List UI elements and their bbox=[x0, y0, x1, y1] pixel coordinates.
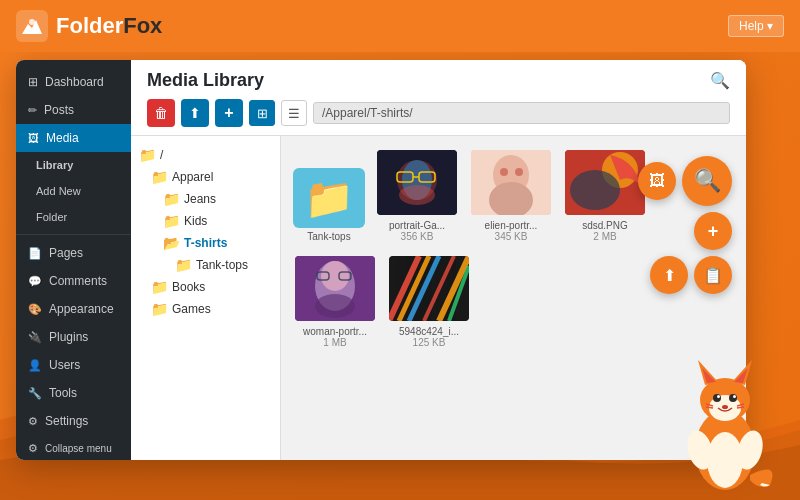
sidebar-label-media: Media bbox=[46, 131, 79, 145]
media-item-woman-portr[interactable]: woman-portr... 1 MB bbox=[293, 254, 377, 348]
content-header: Media Library 🔍 🗑 ⬆ + ⊞ ☰ bbox=[131, 60, 746, 136]
svg-point-38 bbox=[713, 394, 721, 402]
search-fab-icon: 🔍 bbox=[694, 168, 721, 194]
folder-apparel-icon: 📁 bbox=[151, 169, 168, 185]
list-view-button[interactable]: ☰ bbox=[281, 100, 307, 126]
svg-point-31 bbox=[707, 432, 743, 488]
sidebar-label-folder: Folder bbox=[36, 211, 67, 223]
folder-jeans-icon: 📁 bbox=[163, 191, 180, 207]
upload-icon: ⬆ bbox=[189, 105, 201, 121]
media-thumb-sdsd bbox=[563, 148, 647, 217]
add-fab-button[interactable]: + bbox=[694, 212, 732, 250]
tree-item-kids[interactable]: 📁 Kids bbox=[131, 210, 280, 232]
search-button[interactable]: 🔍 bbox=[710, 71, 730, 90]
sidebar-item-media[interactable]: 🖼 Media bbox=[16, 124, 131, 152]
sidebar-item-library[interactable]: Library bbox=[16, 152, 131, 178]
sidebar-label-posts: Posts bbox=[44, 103, 74, 117]
svg-point-40 bbox=[717, 395, 720, 398]
sidebar-label-dashboard: Dashboard bbox=[45, 75, 104, 89]
tree-item-root[interactable]: 📁 / bbox=[131, 144, 280, 166]
sidebar-label-library: Library bbox=[36, 159, 73, 171]
delete-button[interactable]: 🗑 bbox=[147, 99, 175, 127]
media-item-elien-portr[interactable]: elien-portr... 345 KB bbox=[469, 148, 553, 242]
logo-icon bbox=[16, 10, 48, 42]
fox-illustration bbox=[670, 320, 780, 480]
svg-point-19 bbox=[321, 261, 349, 291]
sidebar-item-posts[interactable]: ✏ Posts bbox=[16, 96, 131, 124]
grid-view-button[interactable]: ⊞ bbox=[249, 100, 275, 126]
media-label-elien: elien-portr... bbox=[485, 220, 538, 231]
tree-item-tshirts[interactable]: 📂 T-shirts bbox=[131, 232, 280, 254]
sidebar-label-settings: Settings bbox=[45, 414, 88, 428]
sidebar-item-add-new[interactable]: Add New bbox=[16, 178, 131, 204]
sidebar-item-comments[interactable]: 💬 Comments bbox=[16, 267, 131, 295]
media-item-5948c424[interactable]: 5948c424_i... 125 KB bbox=[387, 254, 471, 348]
svg-rect-0 bbox=[16, 10, 48, 42]
media-thumb-5948 bbox=[387, 254, 471, 323]
sidebar-item-dashboard[interactable]: ⊞ Dashboard bbox=[16, 68, 131, 96]
media-label-5948: 5948c424_i... bbox=[399, 326, 459, 337]
sidebar-item-tools[interactable]: 🔧 Tools bbox=[16, 379, 131, 407]
sidebar-item-pages[interactable]: 📄 Pages bbox=[16, 239, 131, 267]
media-item-sdsd[interactable]: sdsd.PNG 2 MB bbox=[563, 148, 647, 242]
image-fab-button[interactable]: 🖼 bbox=[638, 162, 676, 200]
dashboard-icon: ⊞ bbox=[28, 75, 38, 89]
sidebar-item-appearance[interactable]: 🎨 Appearance bbox=[16, 295, 131, 323]
tree-item-games[interactable]: 📁 Games bbox=[131, 298, 280, 320]
svg-point-12 bbox=[500, 168, 508, 176]
tree-item-tanktops[interactable]: 📁 Tank-tops bbox=[131, 254, 280, 276]
sidebar: ⊞ Dashboard ✏ Posts 🖼 Media Library Add … bbox=[16, 60, 131, 460]
upload-button[interactable]: ⬆ bbox=[181, 99, 209, 127]
plugins-icon: 🔌 bbox=[28, 331, 42, 344]
tree-item-books[interactable]: 📁 Books bbox=[131, 276, 280, 298]
tree-item-apparel[interactable]: 📁 Apparel bbox=[131, 166, 280, 188]
svg-point-16 bbox=[570, 170, 620, 210]
media-item-tanktops-folder[interactable]: 📁 Tank-tops bbox=[293, 168, 365, 242]
media-thumb-portrait-ga bbox=[375, 148, 459, 217]
sidebar-label-comments: Comments bbox=[49, 274, 107, 288]
image-fab-icon: 🖼 bbox=[649, 172, 665, 190]
sidebar-label-plugins: Plugins bbox=[49, 330, 88, 344]
grid-icon: ⊞ bbox=[257, 106, 268, 121]
sidebar-label-add-new: Add New bbox=[36, 185, 81, 197]
title-row: Media Library 🔍 bbox=[147, 70, 730, 91]
copy-fab-button[interactable]: 📋 bbox=[694, 256, 732, 294]
add-button[interactable]: + bbox=[215, 99, 243, 127]
media-item-portrait-ga[interactable]: portrait-Ga... 356 KB bbox=[375, 148, 459, 242]
svg-point-22 bbox=[315, 294, 355, 318]
upload-fab-icon: ⬆ bbox=[663, 266, 676, 285]
media-label-woman: woman-portr... bbox=[303, 326, 367, 337]
folder-big-icon: 📁 bbox=[304, 175, 354, 222]
sidebar-label-tools: Tools bbox=[49, 386, 77, 400]
list-icon: ☰ bbox=[288, 106, 300, 121]
upload-fab-button[interactable]: ⬆ bbox=[650, 256, 688, 294]
sidebar-label-pages: Pages bbox=[49, 246, 83, 260]
sidebar-item-collapse[interactable]: ⚙ Collapse menu bbox=[16, 435, 131, 460]
main-content: Media Library 🔍 🗑 ⬆ + ⊞ ☰ bbox=[131, 60, 746, 460]
top-bar: FolderFox Help ▾ bbox=[0, 0, 800, 52]
media-size-5948: 125 KB bbox=[413, 337, 446, 348]
sidebar-item-folder[interactable]: Folder bbox=[16, 204, 131, 230]
svg-point-8 bbox=[399, 185, 435, 205]
appearance-icon: 🎨 bbox=[28, 303, 42, 316]
tree-label-tanktops: Tank-tops bbox=[196, 258, 248, 272]
breadcrumb: /Apparel/T-shirts/ bbox=[313, 102, 730, 124]
sidebar-item-users[interactable]: 👤 Users bbox=[16, 351, 131, 379]
folder-kids-icon: 📁 bbox=[163, 213, 180, 229]
logo-area: FolderFox bbox=[16, 10, 162, 42]
tree-item-jeans[interactable]: 📁 Jeans bbox=[131, 188, 280, 210]
sidebar-item-plugins[interactable]: 🔌 Plugins bbox=[16, 323, 131, 351]
tree-label-apparel: Apparel bbox=[172, 170, 213, 184]
svg-point-41 bbox=[733, 395, 736, 398]
page-title: Media Library bbox=[147, 70, 264, 91]
media-thumb-elien bbox=[469, 148, 553, 217]
tree-label-tshirts: T-shirts bbox=[184, 236, 227, 250]
body-area: 📁 / 📁 Apparel 📁 Jeans 📁 Kids 📂 T- bbox=[131, 136, 746, 460]
folder-tree: 📁 / 📁 Apparel 📁 Jeans 📁 Kids 📂 T- bbox=[131, 136, 281, 460]
toolbar: 🗑 ⬆ + ⊞ ☰ /Apparel/T-shirts/ bbox=[147, 99, 730, 135]
search-fab-button[interactable]: 🔍 bbox=[682, 156, 732, 206]
svg-line-46 bbox=[737, 407, 744, 408]
sidebar-item-settings[interactable]: ⚙ Settings bbox=[16, 407, 131, 435]
help-button[interactable]: Help ▾ bbox=[728, 15, 784, 37]
media-size-elien: 345 KB bbox=[495, 231, 528, 242]
